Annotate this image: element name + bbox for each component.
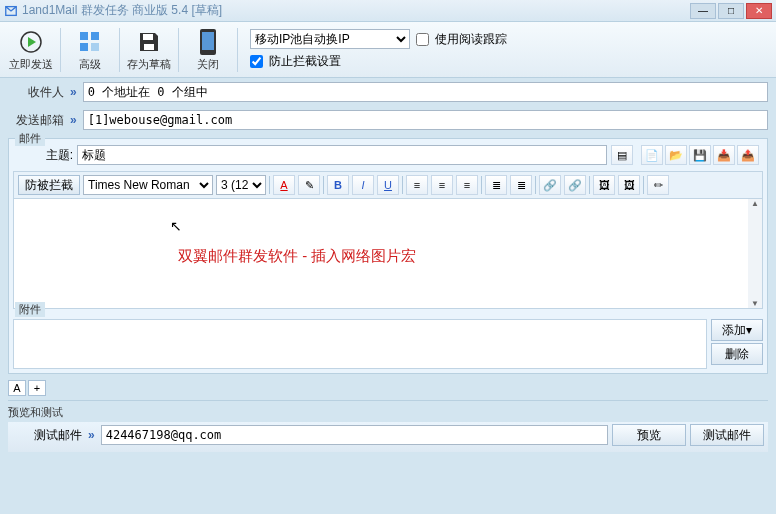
scrollbar[interactable]: ▲▼ (748, 199, 762, 308)
tab-row: A + (0, 378, 776, 398)
new-doc-icon[interactable]: 📄 (641, 145, 663, 165)
grid-icon (76, 28, 104, 56)
font-select[interactable]: Times New Roman (83, 175, 213, 195)
image-icon[interactable]: 🖼 (593, 175, 615, 195)
titlebar: 1and1Mail 群发任务 商业版 5.4 [草稿] — □ ✕ (0, 0, 776, 22)
align-right-icon[interactable]: ≡ (456, 175, 478, 195)
svg-rect-6 (143, 34, 153, 40)
main-toolbar: 立即发送 高级 存为草稿 关闭 移动IP池自动换IP 使用阅读跟踪 防止拦截设置 (0, 22, 776, 78)
list-ul-icon[interactable]: ≣ (510, 175, 532, 195)
read-track-label: 使用阅读跟踪 (435, 31, 507, 48)
antiblock-button[interactable]: 防被拦截 (18, 175, 80, 195)
add-attach-button[interactable]: 添加 ▾ (711, 319, 763, 341)
highlight-icon[interactable]: ✎ (298, 175, 320, 195)
font-color-icon[interactable]: A (273, 175, 295, 195)
play-icon (17, 28, 45, 56)
expand-sender-icon[interactable]: » (68, 113, 79, 127)
subject-macro-icon[interactable]: ▤ (611, 145, 633, 165)
close-window-button[interactable]: ✕ (746, 3, 772, 19)
unlink-icon[interactable]: 🔗 (564, 175, 586, 195)
subject-label: 主题: (17, 147, 73, 164)
expand-test-icon[interactable]: » (86, 428, 97, 442)
size-select[interactable]: 3 (12 (216, 175, 266, 195)
test-send-button[interactable]: 测试邮件 (690, 424, 764, 446)
editor-toolbar: 防被拦截 Times New Roman 3 (12 A ✎ B I U ≡ ≡… (13, 171, 763, 199)
minimize-button[interactable]: — (690, 3, 716, 19)
app-logo-icon (4, 4, 18, 18)
send-now-button[interactable]: 立即发送 (6, 25, 56, 75)
link-icon[interactable]: 🔗 (539, 175, 561, 195)
list-ol-icon[interactable]: ≣ (485, 175, 507, 195)
svg-rect-2 (80, 32, 88, 40)
sender-label: 发送邮箱 (8, 112, 64, 129)
tab-a[interactable]: A (8, 380, 26, 396)
italic-icon[interactable]: I (352, 175, 374, 195)
separator (237, 28, 238, 72)
window-title: 1and1Mail 群发任务 商业版 5.4 [草稿] (22, 2, 690, 19)
svg-rect-7 (144, 44, 154, 50)
bold-icon[interactable]: B (327, 175, 349, 195)
attach-legend: 附件 (15, 302, 45, 317)
recipient-input[interactable] (83, 82, 768, 102)
maximize-button[interactable]: □ (718, 3, 744, 19)
expand-recipient-icon[interactable]: » (68, 85, 79, 99)
separator (119, 28, 120, 72)
separator (178, 28, 179, 72)
editor-area[interactable]: 双翼邮件群发软件 - 插入网络图片宏 ▲▼ (13, 199, 763, 309)
svg-rect-3 (91, 32, 99, 40)
sender-row: 发送邮箱 » (0, 106, 776, 134)
open-icon[interactable]: 📂 (665, 145, 687, 165)
close-task-button[interactable]: 关闭 (183, 25, 233, 75)
svg-rect-4 (80, 43, 88, 51)
export-icon[interactable]: 📤 (737, 145, 759, 165)
web-image-icon[interactable]: 🖼 (618, 175, 640, 195)
attachment-list[interactable] (13, 319, 707, 369)
test-label: 测试邮件 (12, 427, 82, 444)
separator (60, 28, 61, 72)
preview-legend: 预览和测试 (8, 405, 768, 420)
svg-rect-9 (202, 32, 214, 50)
advanced-button[interactable]: 高级 (65, 25, 115, 75)
preview-button[interactable]: 预览 (612, 424, 686, 446)
save-mail-icon[interactable]: 💾 (689, 145, 711, 165)
phone-icon (194, 28, 222, 56)
underline-icon[interactable]: U (377, 175, 399, 195)
tab-add[interactable]: + (28, 380, 46, 396)
mail-group: 邮件 主题: ▤ 📄 📂 💾 📥 📤 防被拦截 Times New Roman … (8, 138, 768, 374)
import-icon[interactable]: 📥 (713, 145, 735, 165)
edit-html-icon[interactable]: ✏ (647, 175, 669, 195)
ip-pool-select[interactable]: 移动IP池自动换IP (250, 29, 410, 49)
editor-content: 双翼邮件群发软件 - 插入网络图片宏 (178, 247, 416, 266)
mail-legend: 邮件 (15, 131, 45, 146)
recipient-label: 收件人 (8, 84, 64, 101)
block-setting-label: 防止拦截设置 (269, 53, 341, 70)
recipient-row: 收件人 » (0, 78, 776, 106)
save-icon (135, 28, 163, 56)
align-center-icon[interactable]: ≡ (431, 175, 453, 195)
subject-input[interactable] (77, 145, 607, 165)
align-left-icon[interactable]: ≡ (406, 175, 428, 195)
preview-section: 预览和测试 测试邮件 » 预览 测试邮件 (8, 400, 768, 452)
save-draft-button[interactable]: 存为草稿 (124, 25, 174, 75)
read-track-checkbox[interactable] (416, 33, 429, 46)
delete-attach-button[interactable]: 删除 (711, 343, 763, 365)
svg-rect-5 (91, 43, 99, 51)
block-setting-checkbox[interactable] (250, 55, 263, 68)
test-email-input[interactable] (101, 425, 608, 445)
sender-input[interactable] (83, 110, 768, 130)
